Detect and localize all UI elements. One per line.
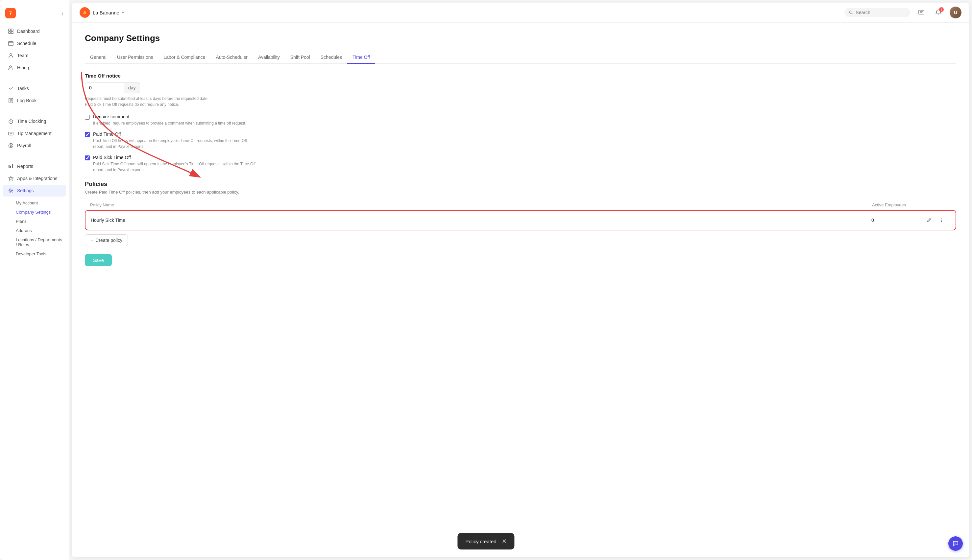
payroll-label: Payroll <box>17 143 31 148</box>
sidebar-item-team[interactable]: Team <box>3 50 66 62</box>
messages-button[interactable] <box>915 7 927 18</box>
subnav-company-settings[interactable]: Company Settings <box>13 208 66 217</box>
subnav-add-ons[interactable]: Add-ons <box>13 226 66 235</box>
payroll-icon <box>8 143 14 148</box>
paid-sick-time-off-desc: Paid Sick Time Off hours will appear in … <box>93 161 257 173</box>
search-input[interactable] <box>855 10 905 15</box>
tab-user-permissions[interactable]: User Permissions <box>112 51 159 64</box>
notice-description: Requests must be submitted at least x da… <box>85 96 210 107</box>
policy-more-button[interactable] <box>937 215 946 225</box>
toast-close-button[interactable]: ✕ <box>502 538 507 545</box>
logbook-label: Log Book <box>17 98 37 103</box>
policy-row: Hourly Sick Time 0 <box>85 210 956 230</box>
svg-point-22 <box>941 221 942 222</box>
svg-rect-12 <box>8 165 10 168</box>
topbar: 🍌 La Bananne ▾ 1 U <box>72 3 969 23</box>
settings-tabs: General User Permissions Labor & Complia… <box>85 51 956 64</box>
subnav-my-account[interactable]: My Account <box>13 198 66 207</box>
svg-point-15 <box>10 190 12 192</box>
tab-general[interactable]: General <box>85 51 112 64</box>
svg-rect-9 <box>8 132 13 135</box>
svg-point-20 <box>941 218 942 219</box>
logbook-icon <box>8 98 14 103</box>
company-name: La Bananne <box>93 10 119 15</box>
require-comment-text: Require comment If enabled, require empl… <box>93 114 246 126</box>
team-label: Team <box>17 53 28 58</box>
sidebar: 7 ‹ Dashboard Schedule Team Hiring <box>0 0 69 560</box>
search-icon <box>849 10 853 15</box>
user-avatar[interactable]: U <box>950 7 962 18</box>
company-icon: 🍌 <box>80 7 90 18</box>
paid-time-off-label: Paid Time Off <box>93 132 257 137</box>
sidebar-header: 7 ‹ <box>0 5 69 24</box>
tab-auto-scheduler[interactable]: Auto-Scheduler <box>210 51 253 64</box>
toast-message: Policy created <box>465 538 496 544</box>
create-policy-icon: + <box>90 237 94 243</box>
svg-point-10 <box>10 133 12 134</box>
notifications-button[interactable]: 1 <box>932 7 944 18</box>
main-content: 🍌 La Bananne ▾ 1 U Company Settings <box>72 3 969 557</box>
subnav-plans[interactable]: Plans <box>13 217 66 226</box>
require-comment-checkbox[interactable] <box>85 115 90 120</box>
content-area: Company Settings General User Permission… <box>72 23 969 557</box>
reports-label: Reports <box>17 164 33 169</box>
timeclocking-icon <box>8 118 14 124</box>
policy-actions <box>924 215 950 225</box>
sidebar-item-schedule[interactable]: Schedule <box>3 37 66 49</box>
sidebar-item-apps[interactable]: Apps & Integrations <box>3 173 66 184</box>
company-selector[interactable]: 🍌 La Bananne ▾ <box>80 7 124 18</box>
paid-time-off-checkbox[interactable] <box>85 132 90 137</box>
col-actions <box>925 202 951 207</box>
sidebar-item-tipmanagement[interactable]: Tip Management <box>3 128 66 139</box>
tab-availability[interactable]: Availability <box>253 51 285 64</box>
paid-time-off-item: Paid Time Off Paid Time Off hours will a… <box>85 132 956 150</box>
sidebar-item-dashboard[interactable]: Dashboard <box>3 25 66 37</box>
create-policy-label: Create policy <box>95 238 122 243</box>
reports-icon <box>8 163 14 169</box>
col-policy-name: Policy Name <box>90 202 872 207</box>
company-dropdown-icon: ▾ <box>122 10 124 15</box>
tab-labor-compliance[interactable]: Labor & Compliance <box>159 51 211 64</box>
nav-tools: Time Clocking Tip Management Payroll <box>0 114 69 153</box>
svg-rect-3 <box>11 32 13 33</box>
sidebar-item-reports[interactable]: Reports <box>3 160 66 172</box>
sidebar-item-payroll[interactable]: Payroll <box>3 140 66 152</box>
sidebar-item-hiring[interactable]: Hiring <box>3 62 66 73</box>
settings-icon <box>8 188 14 193</box>
svg-point-6 <box>10 66 12 68</box>
tab-time-off[interactable]: Time Off <box>347 51 375 64</box>
notice-section-label: Time Off notice <box>85 73 956 78</box>
sidebar-item-tasks[interactable]: Tasks <box>3 82 66 94</box>
subnav-locations[interactable]: Locations / Departments / Roles <box>13 235 66 249</box>
create-policy-button[interactable]: + Create policy <box>85 234 128 246</box>
svg-point-5 <box>10 53 12 55</box>
tab-schedules[interactable]: Schedules <box>315 51 347 64</box>
save-button[interactable]: Save <box>85 254 112 266</box>
sidebar-item-timeclocking[interactable]: Time Clocking <box>3 115 66 127</box>
paid-time-off-text: Paid Time Off Paid Time Off hours will a… <box>93 132 257 150</box>
dashboard-label: Dashboard <box>17 28 40 34</box>
settings-label: Settings <box>17 188 34 193</box>
subnav-developer-tools[interactable]: Developer Tools <box>13 250 66 258</box>
notification-badge: 1 <box>939 7 944 12</box>
policy-active-count: 0 <box>872 218 924 223</box>
notice-unit: day <box>124 82 140 93</box>
paid-sick-time-off-label: Paid Sick Time Off <box>93 155 257 160</box>
sidebar-item-settings[interactable]: Settings <box>3 185 66 197</box>
timeclocking-label: Time Clocking <box>17 118 46 124</box>
paid-sick-time-off-text: Paid Sick Time Off Paid Sick Time Off ho… <box>93 155 257 173</box>
tab-shift-pool[interactable]: Shift Pool <box>285 51 315 64</box>
paid-time-off-desc: Paid Time Off hours will appear in the e… <box>93 138 257 150</box>
sidebar-item-logbook[interactable]: Log Book <box>3 95 66 107</box>
chat-button[interactable] <box>948 536 963 551</box>
svg-rect-4 <box>8 42 13 46</box>
policy-edit-button[interactable] <box>924 215 934 225</box>
paid-sick-time-off-checkbox[interactable] <box>85 155 90 160</box>
require-comment-desc: If enabled, require employees to provide… <box>93 120 246 126</box>
schedule-icon <box>8 40 14 46</box>
search-box[interactable] <box>844 8 910 17</box>
dashboard-icon <box>8 28 14 34</box>
notice-input[interactable] <box>85 82 124 93</box>
sidebar-back-button[interactable]: ‹ <box>62 10 63 17</box>
svg-rect-14 <box>12 164 13 168</box>
